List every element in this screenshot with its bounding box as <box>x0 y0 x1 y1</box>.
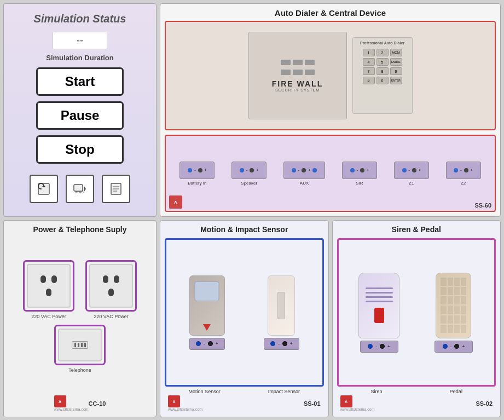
motion-lens <box>195 281 219 301</box>
svg-text:VIDEO: VIDEO <box>75 191 84 194</box>
key-9[interactable]: 9 <box>390 67 402 75</box>
pedal-cell <box>461 325 466 333</box>
terminal-dot <box>302 168 306 172</box>
sim-icon-manual[interactable] <box>102 175 130 203</box>
pedal-cell <box>441 278 446 286</box>
sim-duration-label: Simulation Duration <box>46 54 114 62</box>
pause-button[interactable]: Pause <box>36 101 124 130</box>
auto-dialer-title: Auto Dialer & Central Device <box>165 8 496 18</box>
terminal-strip: A - + Battery In - + Speaker <box>165 135 496 212</box>
siren-line <box>366 301 393 302</box>
pedal-cell <box>454 296 460 304</box>
key-7[interactable]: 7 <box>363 67 375 75</box>
socket1-wrapper: 220 VAC Power <box>23 260 74 319</box>
pedal-cell <box>454 278 460 286</box>
socket2 <box>89 264 133 308</box>
pedal-cell <box>448 315 453 324</box>
connector-dot-black <box>282 341 287 346</box>
key-enter[interactable]: ENTER <box>390 77 402 84</box>
motion-panel-footer: A www.sitsistema.com SS-01 <box>165 394 324 412</box>
auto-dialer-panel: Auto Dialer & Central Device FIRE WALL S… <box>160 3 501 217</box>
motion-logo-badge: A <box>168 395 180 407</box>
key-8[interactable]: 8 <box>376 67 389 75</box>
right-keypad-section: Professional Auto Dialer 1 2 MCM 4 5 ENR… <box>352 37 413 114</box>
pedal-cell <box>441 325 446 333</box>
key-5[interactable]: 5 <box>376 58 389 66</box>
pedal-cell <box>441 296 446 304</box>
connector-dot-black <box>208 341 213 346</box>
svg-marker-3 <box>84 186 86 192</box>
pedal-body <box>436 273 471 338</box>
led-indicator <box>305 70 315 75</box>
siren-footer-left: A www.sitsistema.com <box>340 395 375 411</box>
firewall-device: FIRE WALL SECURITY SYSTEM Professional A… <box>165 21 496 130</box>
siren-body <box>358 273 399 338</box>
socket-hole <box>40 275 46 283</box>
pedal-cell <box>441 287 446 295</box>
power-socket-row: 220 VAC Power 220 VAC Power <box>23 260 137 319</box>
pedal-texture <box>441 278 466 333</box>
key-mcm[interactable]: MCM <box>390 49 402 56</box>
pedal-cell <box>461 306 466 314</box>
led-indicator <box>293 60 303 65</box>
motion-indicator <box>203 324 211 331</box>
motion-impact-panel: Motion & Impact Sensor - + - <box>160 220 329 417</box>
sim-icon-reset[interactable] <box>30 175 58 203</box>
left-keypad-section: FIRE WALL SECURITY SYSTEM <box>248 32 347 119</box>
start-button[interactable]: Start <box>36 67 124 96</box>
pedal-cell <box>461 315 466 324</box>
key-2[interactable]: 2 <box>376 49 389 56</box>
key-enrol[interactable]: ENROL <box>390 58 402 66</box>
phone-pin <box>78 343 79 347</box>
terminal-dot <box>412 168 416 172</box>
terminal-aux: - + AUX <box>283 162 325 186</box>
pedal-cell <box>448 278 453 286</box>
terminal-sir: - + SIR <box>342 162 377 186</box>
pedal-cell <box>461 287 466 295</box>
led-row <box>281 60 315 65</box>
motion-footer-left: A www.sitsistema.com <box>168 395 202 411</box>
pedal-cell <box>454 325 460 333</box>
connector-dot-blue <box>196 341 201 346</box>
motion-sensor-group: - + <box>189 275 225 350</box>
siren-connector: - + <box>360 341 398 353</box>
power-title: Power & Telephone Suply <box>33 225 127 234</box>
power-telephone-panel: Power & Telephone Suply 220 VAC Power <box>3 220 157 417</box>
motion-connector: - + <box>189 338 225 350</box>
power-model-label: CC-10 <box>89 400 106 407</box>
phone-pin <box>84 343 86 347</box>
socket2-label: 220 VAC Power <box>94 314 128 319</box>
terminal-dot <box>312 168 317 172</box>
siren-grille <box>366 287 393 302</box>
terminal-dot <box>240 168 244 172</box>
impact-sensor-body <box>268 275 295 336</box>
pedal-device-label: Pedal <box>416 389 496 394</box>
pedal-cell <box>448 296 453 304</box>
motion-labels-row: Motion Sensor Impact Sensor <box>165 389 324 394</box>
terminal-connector: - + <box>179 162 215 179</box>
key-1[interactable]: 1 <box>363 49 375 56</box>
socket-area: 220 VAC Power 220 VAC Power <box>23 238 137 394</box>
motion-url: www.sitsistema.com <box>168 407 202 411</box>
terminal-z2-label: Z2 <box>461 181 466 186</box>
motion-sensor-label: Motion Sensor <box>165 389 244 394</box>
terminal-z1: - + Z1 <box>394 162 429 186</box>
terminal-dot <box>464 168 468 172</box>
key-0[interactable]: 0 <box>376 77 389 84</box>
terminal-battery: - + Battery In <box>179 162 215 186</box>
stop-button[interactable]: Stop <box>36 135 124 164</box>
socket-holes-2 <box>103 275 119 283</box>
siren-title: Siren & Pedal <box>337 225 496 234</box>
led-indicator <box>281 70 291 75</box>
terminal-dot <box>350 168 355 172</box>
siren-line <box>366 296 393 298</box>
socket-ground <box>46 289 51 296</box>
pedal-cell <box>441 315 446 324</box>
telephone-wrapper: Telephone <box>54 325 106 373</box>
key-4[interactable]: 4 <box>363 58 375 66</box>
brand-label: FIRE WALL SECURITY SYSTEM <box>272 79 323 92</box>
sim-icon-video[interactable]: VIDEO <box>66 175 94 203</box>
sim-title: Simulation Status <box>34 13 126 25</box>
key-hash[interactable]: # <box>363 77 375 84</box>
pedal-group: - + <box>435 273 473 353</box>
